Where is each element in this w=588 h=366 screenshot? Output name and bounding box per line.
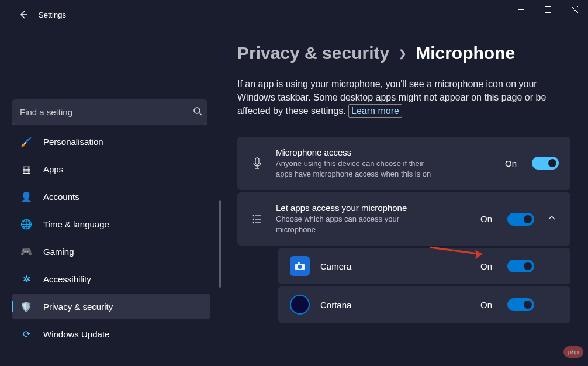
- cortana-toggle[interactable]: [507, 298, 534, 311]
- nav-label: Apps: [43, 164, 63, 174]
- nav-time-language[interactable]: 🌐 Time & language: [12, 211, 210, 237]
- let-apps-toggle[interactable]: [507, 213, 534, 226]
- globe-icon: 🌐: [20, 217, 33, 230]
- toggle-state-label: On: [480, 261, 492, 271]
- nav-windows-update[interactable]: ⟳ Windows Update: [12, 321, 210, 347]
- setting-subtitle: Anyone using this device can choose if t…: [276, 158, 434, 179]
- nav-personalisation[interactable]: 🖌️ Personalisation: [12, 133, 210, 154]
- toggle-state-label: On: [480, 214, 492, 224]
- update-icon: ⟳: [20, 327, 33, 340]
- camera-app-icon: [290, 256, 310, 276]
- nav-privacy-security[interactable]: 🛡️ Privacy & security: [12, 294, 210, 319]
- nav-label: Windows Update: [43, 329, 109, 339]
- nav-label: Accessibility: [43, 274, 91, 284]
- apps-icon: ▦: [20, 163, 33, 175]
- gamepad-icon: 🎮: [20, 245, 33, 258]
- nav-label: Gaming: [43, 247, 74, 257]
- toggle-state-label: On: [480, 300, 492, 310]
- list-icon: [249, 213, 265, 226]
- search-icon: [193, 106, 202, 118]
- app-row-camera: Camera On: [278, 248, 570, 284]
- search-input[interactable]: [12, 99, 207, 125]
- person-icon: 👤: [20, 190, 33, 203]
- svg-rect-2: [255, 158, 259, 164]
- sidebar-scrollbar[interactable]: [219, 200, 221, 288]
- page-description: If an app is using your microphone, you'…: [237, 77, 570, 118]
- setting-subtitle: Choose which apps can access your microp…: [276, 214, 434, 235]
- nav-gaming[interactable]: 🎮 Gaming: [12, 239, 210, 264]
- accessibility-icon: ✲: [20, 272, 33, 285]
- minimize-button[interactable]: [507, 0, 534, 19]
- close-button[interactable]: [561, 0, 588, 19]
- chevron-right-icon: ❯: [399, 48, 406, 59]
- microphone-access-toggle[interactable]: [532, 157, 559, 170]
- setting-microphone-access: Microphone access Anyone using this devi…: [237, 137, 570, 190]
- minimize-icon: [518, 6, 524, 13]
- app-title: Settings: [39, 11, 66, 19]
- setting-title: Microphone access: [276, 147, 494, 157]
- chevron-up-icon[interactable]: [545, 214, 559, 225]
- svg-point-5: [253, 222, 254, 223]
- toggle-state-label: On: [505, 158, 517, 168]
- maximize-icon: [545, 6, 551, 13]
- brush-icon: 🖌️: [20, 135, 33, 148]
- back-arrow-icon: [19, 10, 28, 19]
- maximize-button[interactable]: [534, 0, 561, 19]
- nav-apps[interactable]: ▦ Apps: [12, 156, 210, 182]
- camera-toggle[interactable]: [507, 260, 534, 272]
- nav-label: Privacy & security: [43, 302, 113, 312]
- app-name-label: Cortana: [320, 300, 470, 310]
- nav-accessibility[interactable]: ✲ Accessibility: [12, 266, 210, 292]
- content-area: Privacy & security ❯ Microphone If an ap…: [216, 29, 588, 366]
- svg-point-1: [194, 108, 200, 113]
- nav-label: Accounts: [43, 192, 79, 202]
- shield-icon: 🛡️: [20, 300, 33, 313]
- svg-point-7: [298, 265, 302, 269]
- breadcrumb-current: Microphone: [416, 43, 515, 63]
- microphone-icon: [249, 157, 265, 170]
- sidebar: 🖌️ Personalisation ▦ Apps 👤 Accounts 🌐 T…: [0, 29, 216, 366]
- svg-point-4: [253, 218, 254, 220]
- learn-more-link[interactable]: Learn more: [348, 104, 402, 118]
- breadcrumb: Privacy & security ❯ Microphone: [237, 43, 570, 63]
- window-controls: [507, 0, 588, 19]
- close-icon: [572, 6, 578, 13]
- watermark: php: [563, 346, 583, 358]
- breadcrumb-parent[interactable]: Privacy & security: [237, 43, 389, 63]
- nav-list: 🖌️ Personalisation ▦ Apps 👤 Accounts 🌐 T…: [12, 133, 210, 348]
- svg-rect-0: [545, 6, 551, 12]
- setting-title: Let apps access your microphone: [276, 203, 470, 213]
- nav-accounts[interactable]: 👤 Accounts: [12, 184, 210, 209]
- app-name-label: Camera: [320, 261, 470, 271]
- nav-label: Time & language: [43, 219, 109, 229]
- setting-let-apps-access[interactable]: Let apps access your microphone Choose w…: [237, 192, 570, 246]
- cortana-app-icon: [290, 295, 310, 315]
- back-button[interactable]: [12, 3, 35, 26]
- svg-rect-8: [298, 262, 300, 264]
- titlebar: Settings: [0, 0, 588, 29]
- svg-point-3: [253, 215, 254, 216]
- nav-label: Personalisation: [43, 137, 103, 147]
- app-row-cortana: Cortana On: [278, 286, 570, 323]
